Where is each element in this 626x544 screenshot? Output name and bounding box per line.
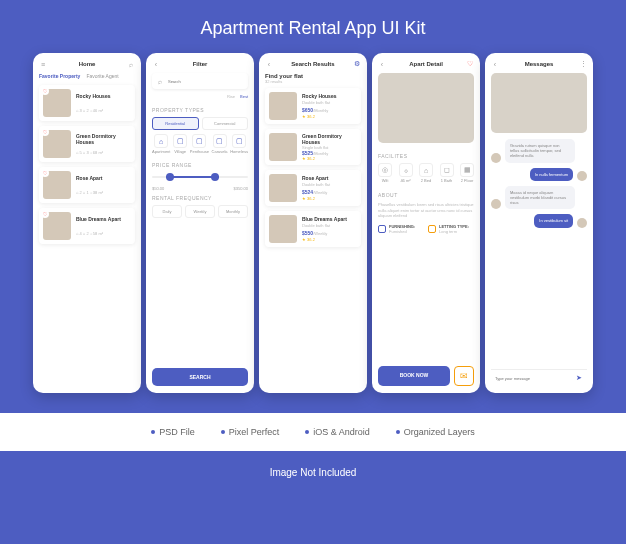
screen-home: ≡ Home ⌕ Favorite Property Favorite Agen… — [33, 53, 141, 393]
page-title: Apartment Rental App UI Kit — [200, 18, 425, 39]
facility-item: ⌂2 Bed — [419, 163, 433, 183]
screen-filter: ‹ Filter ⌕ Rise Best PROPERTY TYPES Resi… — [146, 53, 254, 393]
rating: ★ 36.2 — [302, 196, 357, 201]
prop-subtype[interactable]: ⌂Apartment — [152, 134, 170, 154]
screen-title: Messages — [525, 61, 554, 67]
back-icon[interactable]: ‹ — [152, 60, 160, 68]
section-label: PROPERTY TYPES — [152, 107, 248, 113]
screen-results: ‹ Search Results ⚙ Find your flat 32 res… — [259, 53, 367, 393]
property-sub: Double bath flat — [302, 223, 357, 228]
prop-subtype[interactable]: ▢Homeless — [230, 134, 248, 154]
property-name: Blue Dreams Apart — [302, 216, 357, 222]
heart-icon[interactable]: ♡ — [41, 128, 49, 136]
result-card[interactable]: Rocky HousesDouble bath flat$650/Monthly… — [265, 88, 361, 124]
about-text: Phasellus vestibulum lorem sed risus ult… — [378, 202, 474, 219]
property-card[interactable]: ♡Green Dormitory Houses⌂ 5 ⌂ 3 ⟐ 68 m² — [39, 126, 135, 162]
menu-icon[interactable]: ≡ — [39, 60, 47, 68]
filter-icon[interactable]: ⚙ — [353, 60, 361, 68]
search-button[interactable]: SEARCH — [152, 368, 248, 386]
facility-item: ⟐46 m² — [399, 163, 413, 183]
facility-icon: ▦ — [460, 163, 474, 177]
building-icon: ▢ — [173, 134, 187, 148]
search-input[interactable] — [168, 79, 244, 84]
feature-item: Organized Layers — [396, 427, 475, 437]
prop-subtype[interactable]: ▢Caravela — [212, 134, 228, 154]
heart-icon[interactable]: ♡ — [41, 210, 49, 218]
thumb-image — [269, 215, 297, 243]
back-icon[interactable]: ‹ — [491, 60, 499, 68]
freq-weekly[interactable]: Weekly — [185, 205, 215, 218]
feature-item: Pixel Perfect — [221, 427, 280, 437]
letting-row: LETTING TYPE:Long term — [428, 224, 474, 234]
section-label: RENTAL FREQUENCY — [152, 195, 248, 201]
screen-title: Filter — [193, 61, 208, 67]
property-card[interactable]: ♡Blue Dreams Apart⌂ 4 ⌂ 2 ⟐ 58 m² — [39, 208, 135, 244]
more-icon[interactable]: ⋮ — [579, 60, 587, 68]
price-max: $350.00 — [234, 186, 248, 191]
heart-icon[interactable]: ♡ — [41, 169, 49, 177]
prop-subtype[interactable]: ▢Village — [173, 134, 187, 154]
property-name: Rose Apart — [302, 175, 357, 181]
message-row: In vestibulum sit — [491, 214, 587, 227]
chat-button[interactable]: ✉ — [454, 366, 474, 386]
facility-item: ▦2 Floor — [460, 163, 474, 183]
send-icon[interactable]: ➤ — [575, 374, 583, 382]
facility-item: ◻1 Bath — [440, 163, 454, 183]
screen-messages: ‹ Messages ⋮ Gravida rutrum quisque non … — [485, 53, 593, 393]
sort-rise[interactable]: Rise — [227, 94, 235, 99]
facility-icon: ⟐ — [399, 163, 413, 177]
message-row: Gravida rutrum quisque non tellus sollic… — [491, 139, 587, 163]
book-button[interactable]: BOOK NOW — [378, 366, 450, 386]
freq-daily[interactable]: Daily — [152, 205, 182, 218]
heart-icon[interactable]: ♡ — [41, 87, 49, 95]
facility-item: ◎Wifi — [378, 163, 392, 183]
furnishing-row: FURNISHING:Furnished — [378, 224, 424, 234]
feature-item: PSD File — [151, 427, 195, 437]
message-row: Massa id neque aliquam vestibulum morbi … — [491, 186, 587, 210]
property-name: Green Dormitory Houses — [302, 133, 357, 145]
message-bubble: In nulla fermentum — [530, 168, 573, 181]
price: $550 — [302, 230, 313, 236]
property-card[interactable]: ♡Rose Apart⌂ 2 ⌂ 1 ⟐ 38 m² — [39, 167, 135, 203]
avatar — [491, 199, 501, 209]
sort-best[interactable]: Best — [240, 94, 248, 99]
message-bubble: Massa id neque aliquam vestibulum morbi … — [505, 186, 575, 210]
tab-fav-agent[interactable]: Favorite Agent — [86, 73, 118, 79]
facility-icon: ◎ — [378, 163, 392, 177]
property-name: Green Dormitory Houses — [76, 133, 131, 145]
back-icon[interactable]: ‹ — [378, 60, 386, 68]
tab-fav-property[interactable]: Favorite Property — [39, 73, 80, 79]
rating: ★ 36.2 — [302, 237, 357, 242]
search-icon[interactable]: ⌕ — [127, 60, 135, 68]
price: $524 — [302, 189, 313, 195]
chip-residential[interactable]: Residential — [152, 117, 199, 130]
back-icon[interactable]: ‹ — [265, 60, 273, 68]
property-meta: ⌂ 5 ⌂ 3 ⟐ 68 m² — [76, 150, 131, 155]
section-label: ABOUT — [378, 192, 474, 198]
rating: ★ 36.2 — [302, 114, 357, 119]
price-slider[interactable] — [152, 172, 248, 182]
building-icon: ▢ — [213, 134, 227, 148]
chip-commercial[interactable]: Commercial — [202, 117, 249, 130]
search-bar[interactable]: ⌕ — [152, 73, 248, 89]
rating: ★ 36.2 — [302, 156, 357, 161]
property-card[interactable]: ♡Rocky Houses⌂ 3 ⌂ 2 ⟐ 46 m² — [39, 85, 135, 121]
price: $650 — [302, 107, 313, 113]
search-icon: ⌕ — [156, 77, 164, 85]
building-icon: ▢ — [232, 134, 246, 148]
freq-monthly[interactable]: Monthly — [218, 205, 248, 218]
message-input[interactable] — [495, 376, 571, 381]
thumb-image — [269, 92, 297, 120]
prop-subtype[interactable]: ▢Penthouse — [190, 134, 209, 154]
result-card[interactable]: Green Dormitory HousesSingle bath flat$5… — [265, 129, 361, 165]
heart-icon[interactable]: ♡ — [466, 60, 474, 68]
property-name: Rocky Houses — [76, 93, 131, 99]
phone-mockups: ≡ Home ⌕ Favorite Property Favorite Agen… — [33, 53, 593, 393]
building-icon: ⌂ — [154, 134, 168, 148]
thumb-image — [269, 133, 297, 161]
result-card[interactable]: Blue Dreams ApartDouble bath flat$550/We… — [265, 211, 361, 247]
result-card[interactable]: Rose ApartDouble bath flat$524/Weekly★ 3… — [265, 170, 361, 206]
box-icon — [378, 225, 386, 233]
home-tabs: Favorite Property Favorite Agent — [39, 73, 135, 79]
message-bubble: Gravida rutrum quisque non tellus sollic… — [505, 139, 575, 163]
